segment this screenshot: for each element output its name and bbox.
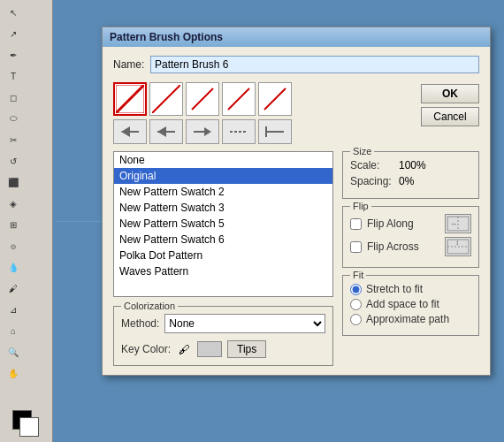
dialog-title: Pattern Brush Options: [110, 31, 223, 43]
key-color-swatch[interactable]: [197, 341, 222, 357]
fit-stretch-label: Stretch to fit: [366, 283, 423, 295]
tool-ellipse[interactable]: ⬭: [2, 108, 25, 129]
pattern-list-item[interactable]: New Pattern Swatch 3: [114, 200, 332, 216]
pattern-list-item[interactable]: New Pattern Swatch 5: [114, 216, 332, 232]
tile-start-icon[interactable]: [222, 82, 256, 116]
flip-along-label: Flip Along: [367, 217, 439, 230]
flip-panel: Flip Flip Along ↔: [342, 206, 479, 268]
flip-along-checkbox[interactable]: [350, 218, 362, 230]
spacing-label: Spacing:: [350, 175, 399, 187]
pattern-list-item[interactable]: New Pattern Swatch 6: [114, 232, 332, 248]
fit-panel: Fit Stretch to fit Add space to fit Appr…: [342, 275, 479, 336]
flip-legend: Flip: [350, 201, 371, 211]
arrow-icon-4[interactable]: [222, 119, 256, 144]
tile-inner-corner-icon[interactable]: [186, 82, 219, 116]
pattern-list-item[interactable]: New Pattern Swatch 2: [114, 184, 332, 200]
cancel-button[interactable]: Cancel: [421, 107, 479, 126]
main-content: NoneOriginalNew Pattern Swatch 2New Patt…: [113, 151, 479, 366]
list-area: NoneOriginalNew Pattern Swatch 2New Patt…: [113, 151, 333, 366]
name-row: Name:: [113, 56, 479, 73]
tool-paint[interactable]: 🖌: [2, 278, 25, 299]
scale-value: 100%: [399, 159, 426, 171]
ok-button[interactable]: OK: [421, 84, 479, 103]
size-legend: Size: [350, 146, 374, 156]
flip-across-label: Flip Across: [367, 240, 439, 253]
tool-scissors[interactable]: ✂: [2, 129, 25, 150]
pattern-brush-options-dialog: Pattern Brush Options OK Cancel Name:: [102, 27, 491, 376]
pattern-list[interactable]: NoneOriginalNew Pattern Swatch 2New Patt…: [113, 151, 333, 297]
tool-rect[interactable]: ◻: [2, 87, 25, 108]
pattern-list-item[interactable]: Waves Pattern: [114, 263, 332, 279]
colorization-box: Colorization Method: None Tints Tints an…: [113, 306, 333, 366]
tool-zoom[interactable]: 🔍: [2, 341, 25, 362]
eyedropper-icon[interactable]: 🖋: [176, 341, 192, 357]
scale-label: Scale:: [350, 159, 399, 171]
flip-across-checkbox[interactable]: [350, 241, 362, 253]
fit-space-label: Add space to fit: [366, 298, 439, 310]
colorization-legend: Colorization: [121, 301, 178, 311]
tool-rotate[interactable]: ↺: [2, 150, 25, 171]
left-toolbar: ↖ ↗ ✒ T ◻ ⬭ ✂ ↺ ⬛ ◈ ⊞ ⌾ 💧 🖌 ⊿ ⌂ 🔍 ✋: [0, 0, 53, 442]
flip-across-row: Flip Across ↕: [350, 237, 471, 256]
flip-along-icon: ↔: [445, 214, 471, 233]
spacing-row: Spacing: 0%: [350, 175, 471, 187]
keycolor-row: Key Color: 🖋 Tips: [121, 340, 325, 358]
tile-outer-corner-icon[interactable]: [149, 82, 183, 116]
dialog-titlebar: Pattern Brush Options: [103, 27, 490, 47]
svg-text:↔: ↔: [450, 220, 457, 228]
tool-mesh[interactable]: ⊞: [2, 214, 25, 235]
tool-eyedropper[interactable]: 💧: [2, 256, 25, 278]
tool-hand[interactable]: ✋: [2, 362, 25, 384]
name-input[interactable]: [150, 56, 479, 73]
size-panel: Size Scale: 100% Spacing: 0%: [342, 151, 479, 199]
flip-across-icon: ↕: [445, 237, 471, 256]
flip-along-row: Flip Along ↔: [350, 214, 471, 233]
spacing-value: 0%: [399, 175, 414, 187]
fit-space-radio[interactable]: [350, 299, 362, 310]
tool-arrow[interactable]: ↖: [2, 2, 25, 23]
pattern-list-item[interactable]: Original: [114, 168, 332, 184]
tool-artboard[interactable]: ⌂: [2, 320, 25, 341]
fit-approx-label: Approximate path: [366, 313, 449, 325]
keycolor-label: Key Color:: [121, 343, 171, 355]
arrow-icon-5[interactable]: [258, 119, 292, 144]
tool-fill[interactable]: ⬛: [2, 171, 25, 193]
right-panel: Size Scale: 100% Spacing: 0% Flip: [342, 151, 479, 366]
name-label: Name:: [113, 58, 150, 71]
scale-row: Scale: 100%: [350, 159, 471, 171]
pattern-list-item[interactable]: Polka Dot Pattern: [114, 248, 332, 263]
tool-text[interactable]: T: [2, 65, 25, 87]
svg-text:↕: ↕: [455, 239, 459, 247]
list-wrapper: NoneOriginalNew Pattern Swatch 2New Patt…: [113, 151, 333, 297]
arrow-icon-3[interactable]: [186, 119, 219, 144]
tool-blend[interactable]: ⌾: [2, 235, 25, 256]
fit-stretch-radio[interactable]: [350, 284, 362, 295]
fit-stretch-row: Stretch to fit: [350, 283, 471, 295]
tool-pen[interactable]: ✒: [2, 44, 25, 65]
method-select[interactable]: None Tints Tints and Shades Hue Shift: [164, 314, 325, 333]
arrow-icon-1[interactable]: [113, 119, 147, 144]
tool-gradient[interactable]: ◈: [2, 193, 25, 214]
tool-symbol[interactable]: ⊿: [2, 299, 25, 320]
pattern-list-item[interactable]: None: [114, 152, 332, 168]
method-label: Method:: [121, 317, 159, 330]
ok-cancel-area: OK Cancel: [421, 84, 479, 126]
tool-select[interactable]: ↗: [2, 23, 25, 44]
tips-button[interactable]: Tips: [227, 340, 266, 358]
method-row: Method: None Tints Tints and Shades Hue …: [121, 314, 325, 333]
tile-end-icon[interactable]: [258, 82, 292, 116]
fit-approx-radio[interactable]: [350, 314, 362, 325]
tile-side-icon[interactable]: [113, 82, 147, 116]
fit-space-row: Add space to fit: [350, 298, 471, 310]
fit-approx-row: Approximate path: [350, 313, 471, 325]
fit-legend: Fit: [350, 270, 366, 280]
arrow-icon-2[interactable]: [149, 119, 183, 144]
